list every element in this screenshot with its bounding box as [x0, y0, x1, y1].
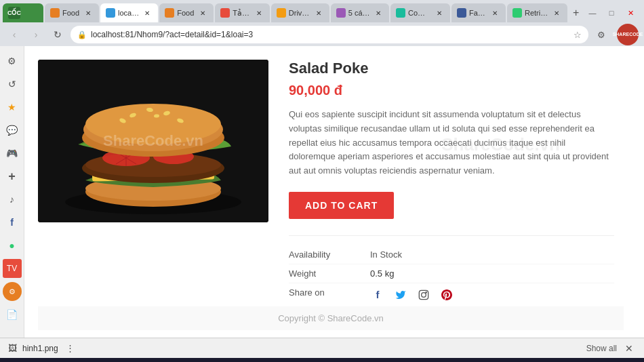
product-price: 90,000 đ: [289, 83, 614, 98]
download-file-icon: 🖼: [8, 343, 17, 353]
tab-food2-close[interactable]: ✕: [197, 7, 208, 18]
product-image-wrapper: ShareCode.vn: [38, 60, 268, 306]
sidebar-games-icon[interactable]: 🎮: [3, 144, 22, 163]
tab-retrieve[interactable]: Retrieve D... ✕: [507, 3, 567, 22]
tab-drive[interactable]: Drive của... ✕: [271, 3, 329, 22]
sidebar-star-icon[interactable]: ★: [3, 98, 22, 117]
new-tab-button[interactable]: +: [569, 3, 583, 22]
product-wrapper: ShareCode.vn ShareCode.vn Salad Poke 90,…: [38, 60, 624, 306]
weight-value: 0.5 kg: [370, 268, 394, 279]
tab-compress-label: Compress...: [408, 9, 431, 17]
close-download-button[interactable]: ✕: [622, 342, 636, 355]
tab-compress-favicon: [396, 8, 405, 18]
tab-taicode[interactable]: Tải code.. ✕: [215, 3, 270, 22]
tab-facebook[interactable]: Facebook ✕: [451, 3, 506, 22]
product-description: Qui eos sapiente suscipit incidunt sit a…: [289, 108, 614, 178]
tab-localhost-close[interactable]: ✕: [142, 7, 153, 18]
tab-drive-label: Drive của...: [289, 9, 310, 18]
tab-food1-close[interactable]: ✕: [83, 7, 94, 18]
tab-facebook-favicon: [457, 8, 466, 18]
sidebar-gear2-icon[interactable]: ⚙: [3, 282, 22, 301]
refresh-button[interactable]: ↻: [49, 26, 66, 43]
show-all-button[interactable]: Show all: [586, 344, 617, 353]
product-title: Salad Poke: [289, 60, 614, 77]
back-button[interactable]: ‹: [5, 26, 23, 43]
tab-compress-close[interactable]: ✕: [434, 7, 445, 18]
tab-cococ[interactable]: CỐC: [3, 3, 43, 22]
minimize-button[interactable]: —: [584, 5, 601, 21]
lock-icon: 🔒: [77, 31, 87, 39]
svg-rect-23: [419, 290, 428, 299]
sidebar-facebook-icon[interactable]: f: [3, 213, 22, 232]
url-bar[interactable]: 🔒 localhost:81/Nhom9/?act=detail&id=1&lo…: [71, 26, 588, 43]
window-controls: — □ ✕: [584, 5, 641, 21]
add-to-cart-button[interactable]: ADD TO CART: [289, 192, 394, 219]
tab-drive-close[interactable]: ✕: [313, 7, 324, 18]
browser-chrome: CỐC Food ✕ localhost:... ✕ Food ✕ Tải co…: [0, 0, 644, 46]
sidebar-music-icon[interactable]: ♪: [3, 190, 22, 209]
tab-retrieve-close[interactable]: ✕: [551, 7, 562, 18]
tab-facebook-label: Facebook: [469, 9, 487, 17]
product-details: ShareCode.vn Salad Poke 90,000 đ Qui eos…: [289, 60, 614, 306]
share-on-label: Share on: [289, 287, 370, 302]
pinterest-share-icon[interactable]: [439, 287, 454, 302]
tab-food1[interactable]: Food ✕: [45, 3, 99, 22]
product-container: ShareCode.vn ShareCode.vn Salad Poke 90,…: [38, 60, 614, 306]
availability-label: Availability: [289, 249, 370, 260]
facebook-share-icon[interactable]: f: [370, 287, 385, 302]
product-meta: Availability In Stock Weight 0.5 kg Shar…: [289, 235, 614, 306]
tab-food2-favicon: [165, 8, 174, 18]
weight-row: Weight 0.5 kg: [289, 264, 614, 283]
availability-row: Availability In Stock: [289, 245, 614, 264]
tab-drive-favicon: [277, 8, 286, 18]
tab-facebook-close[interactable]: ✕: [489, 7, 500, 18]
taskbar: ⊞ 🔍 Type here to search ⊞ Links 🔍 ∧ 📶 🔊: [0, 358, 644, 362]
content-footer: Copyright © ShareCode.vn: [38, 306, 624, 330]
tab-localhost-label: localhost:...: [118, 9, 139, 17]
sidebar-messenger-icon[interactable]: 💬: [3, 121, 22, 140]
twitter-share-icon[interactable]: [393, 287, 408, 302]
social-icons: f: [370, 287, 454, 302]
svg-point-24: [422, 293, 426, 298]
share-on-row: Share on f: [289, 283, 614, 306]
download-filename: hinh1.png: [22, 344, 58, 353]
tab-5cach[interactable]: 5 cách ne... ✕: [331, 3, 389, 22]
download-more-button[interactable]: ⋮: [64, 342, 77, 355]
tab-food1-favicon: [50, 8, 60, 18]
download-right: Show all ✕: [586, 342, 636, 355]
tab-food1-label: Food: [62, 9, 79, 17]
tab-retrieve-favicon: [512, 8, 522, 18]
availability-value: In Stock: [370, 249, 402, 260]
sidebar-history-icon[interactable]: ↺: [3, 75, 22, 94]
bookmark-icon[interactable]: ☆: [573, 30, 582, 40]
tab-taicode-close[interactable]: ✕: [254, 7, 264, 18]
extensions-button[interactable]: ⚙: [592, 26, 610, 43]
tab-5cach-favicon: [336, 8, 346, 18]
sharecode-logo: SHARECODE: [617, 24, 639, 45]
instagram-share-icon[interactable]: [416, 287, 431, 302]
maximize-button[interactable]: □: [603, 5, 620, 21]
close-window-button[interactable]: ✕: [622, 5, 639, 21]
address-bar: ‹ › ↻ 🔒 localhost:81/Nhom9/?act=detail&i…: [0, 23, 644, 46]
sidebar-add-icon[interactable]: +: [3, 167, 22, 186]
sidebar-green-icon[interactable]: ●: [3, 236, 22, 255]
tab-taicode-label: Tải code..: [233, 9, 251, 18]
weight-label: Weight: [289, 268, 370, 279]
tab-retrieve-label: Retrieve D...: [525, 9, 548, 17]
download-bar: 🖼 hinh1.png ⋮ Show all ✕: [0, 338, 644, 358]
tab-5cach-close[interactable]: ✕: [373, 7, 384, 18]
url-text: localhost:81/Nhom9/?act=detail&id=1&loai…: [91, 30, 569, 39]
sidebar-settings-icon[interactable]: ⚙: [3, 52, 22, 71]
sidebar-tv-icon[interactable]: TV: [3, 259, 22, 278]
svg-point-25: [426, 292, 426, 293]
content-area: ShareCode.vn ShareCode.vn Salad Poke 90,…: [24, 46, 644, 338]
forward-button[interactable]: ›: [27, 26, 45, 43]
tab-compress[interactable]: Compress... ✕: [390, 3, 450, 22]
tab-localhost[interactable]: localhost:... ✕: [100, 3, 158, 22]
tab-5cach-label: 5 cách ne...: [348, 9, 370, 17]
sidebar-doc-icon[interactable]: 📄: [3, 305, 22, 324]
browser-actions: ⚙: [592, 26, 610, 43]
tab-food2[interactable]: Food ✕: [159, 3, 214, 22]
svg-point-16: [85, 104, 221, 144]
tab-bar: CỐC Food ✕ localhost:... ✕ Food ✕ Tải co…: [0, 0, 644, 23]
